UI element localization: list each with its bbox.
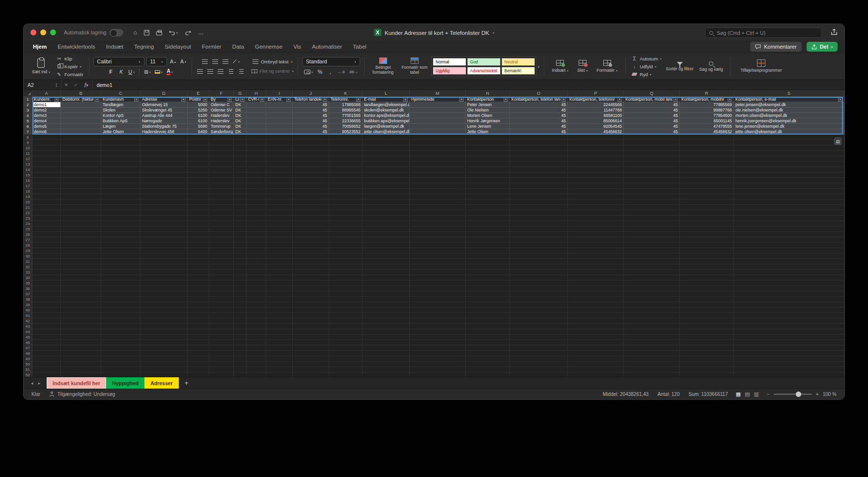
- cell-G41[interactable]: [234, 313, 247, 318]
- cell-N46[interactable]: [466, 340, 510, 345]
- conditional-formatting-button[interactable]: Betinget formatering: [368, 57, 398, 75]
- cell-J23[interactable]: [293, 216, 329, 221]
- cell-Q30[interactable]: [624, 253, 680, 259]
- cell-H16[interactable]: [247, 178, 266, 183]
- cell-M25[interactable]: [410, 226, 466, 232]
- row-header-47[interactable]: 47: [24, 345, 32, 351]
- cell-G33[interactable]: [234, 270, 247, 275]
- cell-H37[interactable]: [247, 291, 266, 297]
- cell-J30[interactable]: [293, 253, 329, 259]
- cell-F36[interactable]: [209, 286, 234, 291]
- cell-D42[interactable]: [140, 318, 188, 324]
- cell-I49[interactable]: [266, 356, 293, 362]
- cell-E33[interactable]: [188, 270, 209, 275]
- cell-F45[interactable]: [209, 335, 234, 340]
- cell-M16[interactable]: [410, 178, 466, 183]
- cell-P2[interactable]: 22445566: [568, 102, 624, 108]
- cell-R13[interactable]: [680, 162, 734, 167]
- cell-J28[interactable]: [293, 243, 329, 248]
- cell-R4[interactable]: 77854600: [680, 113, 734, 118]
- cell-P40[interactable]: [568, 308, 624, 313]
- cell-D39[interactable]: [140, 302, 188, 308]
- cell-L16[interactable]: [363, 178, 410, 183]
- cell-C46[interactable]: [101, 340, 140, 345]
- format-as-table-button[interactable]: Formatér som tabel: [400, 57, 429, 75]
- cell-J51[interactable]: [293, 367, 329, 372]
- cell-S18[interactable]: [734, 189, 844, 194]
- redo-icon[interactable]: [185, 30, 191, 35]
- tab-tabel[interactable]: Tabel: [352, 43, 367, 51]
- row-header-41[interactable]: 41: [24, 313, 32, 318]
- filter-button-C[interactable]: ▾: [134, 97, 139, 102]
- cell-S44[interactable]: [734, 329, 844, 335]
- cell-J40[interactable]: [293, 308, 329, 313]
- cell-F25[interactable]: [209, 226, 234, 232]
- cell-Q51[interactable]: [624, 367, 680, 372]
- cell-D37[interactable]: [140, 291, 188, 297]
- row-header-2[interactable]: 2: [24, 102, 32, 108]
- cell-M31[interactable]: [410, 259, 466, 264]
- cell-H34[interactable]: [247, 275, 266, 281]
- cell-R38[interactable]: [680, 297, 734, 302]
- cell-S34[interactable]: [734, 275, 844, 281]
- cell-L38[interactable]: [363, 297, 410, 302]
- cell-L46[interactable]: [363, 340, 410, 345]
- cell-R21[interactable]: [680, 205, 734, 210]
- cell-Q45[interactable]: [624, 335, 680, 340]
- cell-E3[interactable]: 5250: [188, 108, 209, 113]
- cell-N1[interactable]: Kontaktperson▾: [466, 97, 510, 102]
- cell-G7[interactable]: DK: [234, 129, 247, 135]
- cell-C13[interactable]: [101, 162, 140, 167]
- cell-D34[interactable]: [140, 275, 188, 281]
- cell-A43[interactable]: [32, 324, 61, 329]
- column-header-O[interactable]: O: [510, 90, 568, 96]
- cell-N18[interactable]: [466, 189, 510, 194]
- cell-I50[interactable]: [266, 362, 293, 367]
- cell-Q3[interactable]: 45: [624, 108, 680, 113]
- cell-N22[interactable]: [466, 210, 510, 216]
- row-header-43[interactable]: 43: [24, 324, 32, 329]
- cell-E35[interactable]: [188, 281, 209, 286]
- cell-F50[interactable]: [209, 362, 234, 367]
- cell-O51[interactable]: [510, 367, 568, 372]
- sort-filter-button[interactable]: Sortér og filtrer: [665, 61, 695, 72]
- cell-O22[interactable]: [510, 210, 568, 216]
- cell-B17[interactable]: [61, 183, 101, 189]
- cell-K31[interactable]: [329, 259, 363, 264]
- cell-A5[interactable]: demo4: [32, 118, 61, 124]
- cell-A21[interactable]: [32, 205, 61, 210]
- cell-D32[interactable]: [140, 264, 188, 270]
- cell-R46[interactable]: [680, 340, 734, 345]
- cell-O8[interactable]: [510, 135, 568, 140]
- cell-K4[interactable]: 77001555: [329, 113, 363, 118]
- cell-C29[interactable]: [101, 248, 140, 253]
- cell-S24[interactable]: [734, 221, 844, 226]
- cell-G48[interactable]: [234, 351, 247, 356]
- cell-J11[interactable]: [293, 151, 329, 156]
- cell-E13[interactable]: [188, 162, 209, 167]
- cell-P12[interactable]: [568, 156, 624, 162]
- row-header-27[interactable]: 27: [24, 237, 32, 243]
- cell-F31[interactable]: [209, 259, 234, 264]
- cell-F5[interactable]: Haderslev: [209, 118, 234, 124]
- row-header-17[interactable]: 17: [24, 183, 32, 189]
- cell-E30[interactable]: [188, 253, 209, 259]
- cell-H42[interactable]: [247, 318, 266, 324]
- row-header-1[interactable]: 1: [24, 97, 32, 102]
- cell-G45[interactable]: [234, 335, 247, 340]
- fx-icon[interactable]: fx: [81, 82, 92, 87]
- cell-A27[interactable]: [32, 237, 61, 243]
- cell-R25[interactable]: [680, 226, 734, 232]
- style-ugyldig[interactable]: Ugyldig: [433, 67, 466, 75]
- style-gallery-more-button[interactable]: ›: [538, 63, 540, 69]
- filter-button-F[interactable]: ▾: [227, 97, 232, 102]
- cell-F23[interactable]: [209, 216, 234, 221]
- cell-R51[interactable]: [680, 367, 734, 372]
- cell-G20[interactable]: [234, 199, 247, 205]
- cell-D16[interactable]: [140, 178, 188, 183]
- cell-P4[interactable]: 66581100: [568, 113, 624, 118]
- cell-N7[interactable]: Jette Olsen: [466, 129, 510, 135]
- cell-J48[interactable]: [293, 351, 329, 356]
- cell-Q32[interactable]: [624, 264, 680, 270]
- cell-P37[interactable]: [568, 291, 624, 297]
